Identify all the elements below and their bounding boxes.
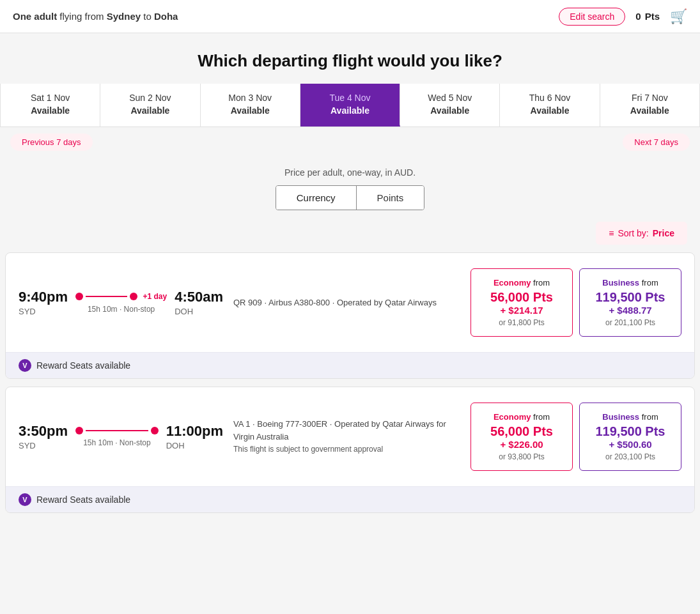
main-content: Which departing flight would you like? S… <box>0 33 700 513</box>
sort-value: Price <box>653 228 674 238</box>
flight-card-1: 3:50pm SYD 15h 10m · Non-stop 11:00pm DO… <box>5 387 695 513</box>
date-tab-3[interactable]: Tue 4 NovAvailable <box>300 84 400 127</box>
sort-icon: ≡ <box>609 228 614 238</box>
flight-times-0: 9:40pm SYD +1 day 15h 10m · Non-stop 4:5… <box>19 289 223 316</box>
nav-buttons: Previous 7 days Next 7 days <box>0 127 700 157</box>
arr-dot-0 <box>130 293 137 300</box>
line-row-1 <box>75 427 159 434</box>
economy-from-label-0: Economy from <box>481 278 562 288</box>
economy-box-0[interactable]: Economy from 56,000 Pts + $214.17 or 91,… <box>471 268 573 337</box>
reward-seats-label-1: Reward Seats available <box>36 495 130 505</box>
top-bar-right: Edit search 0 Pts 🛒 <box>559 8 687 26</box>
flight-card-0: 9:40pm SYD +1 day 15h 10m · Non-stop 4:5… <box>5 252 695 379</box>
business-or-1: or 203,100 Pts <box>590 452 671 461</box>
flight-main-1: 3:50pm SYD 15h 10m · Non-stop 11:00pm DO… <box>6 387 694 486</box>
price-toggle-area: Price per adult, one-way, in AUD. Curren… <box>0 157 700 215</box>
business-from-label-1: Business from <box>590 412 671 422</box>
arrival-1: 11:00pm DOH <box>166 423 223 450</box>
edit-search-button[interactable]: Edit search <box>559 8 625 26</box>
flight-route: flying from Sydney to Doha <box>59 11 178 22</box>
date-tabs-wrapper: Sat 1 NovAvailableSun 2 NovAvailableMon … <box>0 84 700 127</box>
date-tab-4[interactable]: Wed 5 NovAvailable <box>400 84 500 127</box>
economy-pts-0: 56,000 Pts <box>481 290 562 305</box>
top-bar: One adult flying from Sydney to Doha Edi… <box>0 0 700 33</box>
date-tab-1[interactable]: Sun 2 NovAvailable <box>100 84 200 127</box>
price-label: Price per adult, one-way, in AUD. <box>0 167 700 178</box>
economy-box-1[interactable]: Economy from 56,000 Pts + $226.00 or 93,… <box>471 403 573 471</box>
reward-seats-bar-0: V Reward Seats available <box>6 352 694 378</box>
previous-days-button[interactable]: Previous 7 days <box>10 134 93 151</box>
cart-icon[interactable]: 🛒 <box>670 8 687 25</box>
business-pts-1: 119,500 Pts <box>590 424 671 439</box>
business-from-text-0: from <box>642 278 658 288</box>
page-title: Which departing flight would you like? <box>0 33 700 84</box>
flight-times-1: 3:50pm SYD 15h 10m · Non-stop 11:00pm DO… <box>19 423 223 450</box>
business-from-label-0: Business from <box>590 278 671 288</box>
dep-dot-0 <box>75 293 83 300</box>
arr-airport-1: DOH <box>166 441 223 450</box>
points-label: Pts <box>645 11 660 22</box>
flight-main-0: 9:40pm SYD +1 day 15h 10m · Non-stop 4:5… <box>6 253 694 352</box>
flight-line-0: +1 day 15h 10m · Non-stop <box>68 292 175 314</box>
points-display: 0 Pts <box>635 11 660 22</box>
line-track-1 <box>86 430 148 431</box>
flight-info-1: VA 1 · Boeing 777-300ER · Operated by Qa… <box>233 418 460 456</box>
business-class-name-1: Business <box>602 412 639 422</box>
business-box-1[interactable]: Business from 119,500 Pts + $500.60 or 2… <box>579 403 681 471</box>
business-cash-0: + $488.77 <box>590 305 671 316</box>
arr-airport-0: DOH <box>175 307 223 316</box>
adult-label: One adult <box>13 11 57 22</box>
duration-0: 15h 10m · Non-stop <box>88 305 155 314</box>
business-from-text-1: from <box>642 412 658 422</box>
economy-from-text-0: from <box>533 278 550 288</box>
dep-airport-0: SYD <box>19 307 68 316</box>
arr-dot-1 <box>151 427 159 434</box>
dep-airport-1: SYD <box>19 441 68 450</box>
line-track-0 <box>86 296 127 297</box>
date-tab-0[interactable]: Sat 1 NovAvailable <box>0 84 100 127</box>
price-boxes-1: Economy from 56,000 Pts + $226.00 or 93,… <box>471 403 681 471</box>
business-or-0: or 201,100 Pts <box>590 318 671 327</box>
dep-dot-1 <box>75 427 83 434</box>
line-row-0: +1 day <box>75 292 167 301</box>
economy-or-0: or 91,800 Pts <box>481 318 562 327</box>
date-tab-6[interactable]: Fri 7 NovAvailable <box>600 84 700 127</box>
reward-icon-1: V <box>19 493 31 506</box>
economy-or-1: or 93,800 Pts <box>481 452 562 461</box>
date-tabs: Sat 1 NovAvailableSun 2 NovAvailableMon … <box>0 84 700 127</box>
points-value: 0 <box>635 11 641 22</box>
economy-class-name-0: Economy <box>494 278 531 288</box>
economy-cash-0: + $214.17 <box>481 305 562 316</box>
economy-from-text-1: from <box>533 412 550 422</box>
reward-seats-bar-1: V Reward Seats available <box>6 486 694 512</box>
currency-toggle-button[interactable]: Currency <box>276 186 357 210</box>
reward-seats-label-0: Reward Seats available <box>36 360 130 371</box>
sort-label: Sort by: <box>618 228 649 238</box>
dep-time-1: 3:50pm <box>19 423 68 440</box>
departure-0: 9:40pm SYD <box>19 289 68 316</box>
economy-from-label-1: Economy from <box>481 412 562 422</box>
reward-icon-0: V <box>19 359 31 372</box>
sort-button[interactable]: ≡ Sort by: Price <box>596 222 687 245</box>
next-days-button[interactable]: Next 7 days <box>623 134 690 151</box>
business-box-0[interactable]: Business from 119,500 Pts + $488.77 or 2… <box>579 268 681 337</box>
departure-1: 3:50pm SYD <box>19 423 68 450</box>
arr-time-0: 4:50am <box>175 289 223 305</box>
price-boxes-0: Economy from 56,000 Pts + $214.17 or 91,… <box>471 268 681 337</box>
business-cash-1: + $500.60 <box>590 439 671 450</box>
business-pts-0: 119,500 Pts <box>590 290 671 305</box>
plus-day-0: +1 day <box>143 292 167 301</box>
economy-class-name-1: Economy <box>494 412 531 422</box>
flight-summary: One adult flying from Sydney to Doha <box>13 11 178 22</box>
date-tab-2[interactable]: Mon 3 NovAvailable <box>201 84 300 127</box>
flight-info-0: QR 909 · Airbus A380-800 · Operated by Q… <box>233 296 460 309</box>
flight-line-1: 15h 10m · Non-stop <box>68 427 166 447</box>
arr-time-1: 11:00pm <box>166 423 223 440</box>
points-toggle-button[interactable]: Points <box>357 186 424 210</box>
economy-cash-1: + $226.00 <box>481 439 562 450</box>
duration-1: 15h 10m · Non-stop <box>83 438 150 447</box>
date-tab-5[interactable]: Thu 6 NovAvailable <box>500 84 600 127</box>
sort-bar: ≡ Sort by: Price <box>0 215 700 252</box>
toggle-group: Currency Points <box>276 185 425 210</box>
economy-pts-1: 56,000 Pts <box>481 424 562 439</box>
